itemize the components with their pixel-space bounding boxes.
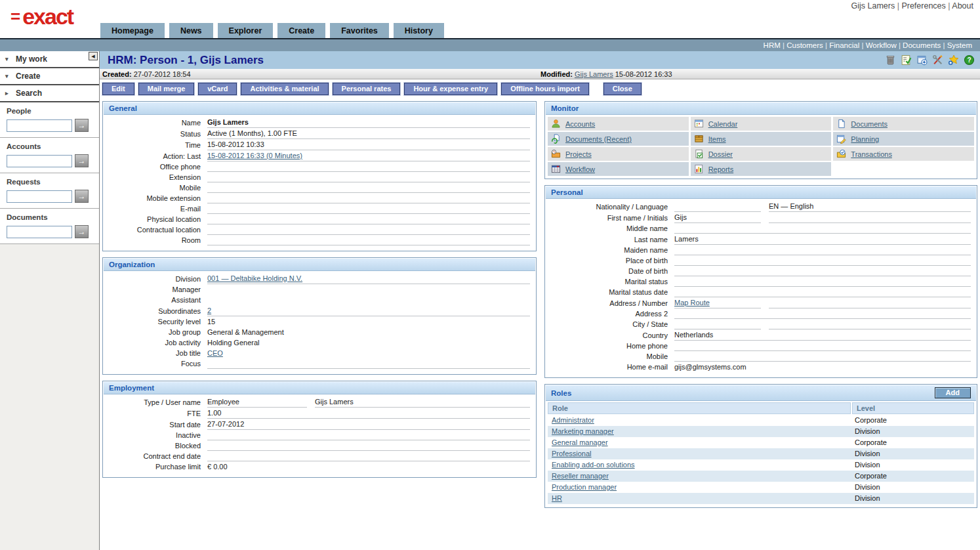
role-link[interactable]: Professional	[552, 450, 592, 457]
field-row: Contractual location	[109, 225, 530, 235]
field-value[interactable]: 15-08-2012 16:33 (0 Minutes)	[207, 151, 530, 161]
section-title-roles: Roles	[551, 389, 571, 397]
field-label: Security level	[109, 317, 207, 327]
toolbar-button[interactable]: Activities & material	[241, 83, 328, 95]
monitor-link[interactable]: Transactions	[851, 150, 892, 158]
role-link[interactable]: Administrator	[552, 416, 594, 424]
monitor-item-transactions[interactable]: Transactions	[833, 147, 974, 161]
sidebar-item-my-work[interactable]: My work	[0, 51, 99, 68]
monitor-item-workflow[interactable]: Workflow	[548, 162, 689, 176]
monitor-link[interactable]: Items	[708, 135, 726, 143]
main-tab[interactable]: Homepage	[100, 23, 165, 38]
field-value	[207, 204, 530, 214]
module-link[interactable]: System	[941, 41, 972, 49]
sidebar-item-create[interactable]: Create	[0, 68, 99, 85]
user-link[interactable]: Gijs Lamers	[851, 1, 895, 11]
organization-fields: Division 001 — Deltabike Holding N.V. Ma…	[104, 271, 535, 373]
projects-icon	[551, 149, 561, 159]
monitor-link[interactable]: Calendar	[708, 120, 738, 128]
help-icon[interactable]: ?	[964, 54, 975, 66]
main-tab[interactable]: Explorer	[218, 23, 274, 38]
field-row: Division 001 — Deltabike Holding N.V.	[109, 274, 530, 284]
field-value: Gijs Lamers	[207, 117, 530, 128]
documents-search-go-button[interactable]: →	[75, 225, 89, 238]
documents-search-input[interactable]	[7, 226, 72, 238]
people-search-input[interactable]	[7, 119, 72, 132]
table-row: Administrator Corporate	[548, 415, 974, 426]
field-value: 1.00	[207, 408, 530, 419]
monitor-item-documents[interactable]: Documents	[833, 117, 974, 131]
main-tab[interactable]: Favorites	[330, 23, 389, 38]
toolbar-button[interactable]: Edit	[102, 83, 134, 95]
main-tab[interactable]: Create	[277, 23, 325, 38]
customize-icon[interactable]	[932, 54, 943, 66]
monitor-item-documents-recent[interactable]: Documents (Recent)	[548, 132, 689, 146]
add-role-button[interactable]: Add	[935, 387, 971, 398]
toolbar-button[interactable]: Hour & expense entry	[404, 83, 497, 95]
toolbar-button[interactable]: vCard	[198, 83, 237, 95]
module-link[interactable]: HRM	[764, 41, 781, 49]
monitor-link[interactable]: Workflow	[565, 165, 595, 173]
modified-by-link[interactable]: Gijs Lamers	[575, 70, 613, 78]
collapse-sidebar-icon[interactable]	[89, 52, 98, 60]
field-row: Security level 15	[109, 317, 530, 327]
toolbar-button[interactable]: Personal rates	[333, 83, 401, 95]
add-favorite-icon[interactable]	[948, 54, 959, 66]
monitor-link[interactable]: Dossier	[708, 150, 733, 158]
monitor-link[interactable]: Accounts	[565, 120, 595, 128]
module-link[interactable]: Workflow	[859, 41, 896, 49]
role-link[interactable]: Reseller manager	[552, 472, 609, 480]
role-link[interactable]: Enabling add-on solutions	[552, 461, 635, 469]
role-link[interactable]: General manager	[552, 438, 608, 446]
field-value[interactable]: Map Route	[674, 298, 761, 308]
monitor-link[interactable]: Reports	[708, 165, 734, 173]
monitor-item-reports[interactable]: Reports	[691, 162, 832, 176]
checklist-icon[interactable]	[901, 54, 912, 66]
monitor-item-calendar[interactable]: Calendar	[691, 117, 832, 131]
sidebar-item-search[interactable]: Search	[0, 85, 99, 102]
toolbar-button[interactable]: Mail merge	[138, 83, 194, 95]
role-link[interactable]: Marketing manager	[552, 427, 614, 435]
field-row: Marital status	[551, 277, 971, 287]
field-row: City / State	[551, 320, 971, 329]
main-tab[interactable]: History	[394, 23, 444, 38]
field-value[interactable]: 2	[207, 306, 530, 316]
monitor-link[interactable]: Projects	[565, 150, 592, 158]
field-value[interactable]: 001 — Deltabike Holding N.V.	[207, 274, 530, 284]
monitor-item-dossier[interactable]: Dossier	[691, 147, 832, 161]
monitor-item-projects[interactable]: Projects	[548, 147, 689, 161]
accounts-search-go-button[interactable]: →	[75, 154, 89, 167]
module-link[interactable]: Financial	[823, 41, 859, 49]
toolbar-button[interactable]: Close	[603, 83, 642, 95]
monitor-item-accounts[interactable]: Accounts	[548, 117, 689, 131]
monitor-link[interactable]: Documents	[851, 120, 888, 128]
field-label: Job group	[109, 328, 207, 337]
accounts-search-input[interactable]	[7, 155, 72, 167]
role-link[interactable]: Production manager	[552, 483, 617, 491]
role-link[interactable]: HR	[552, 494, 562, 502]
field-row: Job activity Holding General	[109, 338, 530, 348]
search-group-documents: Documents →	[0, 209, 99, 244]
user-link[interactable]: Preferences	[895, 1, 946, 11]
personal-fields: Nationality / Language EN — English Firs…	[546, 199, 976, 377]
main-tab[interactable]: News	[169, 23, 213, 38]
requests-search-input[interactable]	[7, 190, 72, 203]
people-search-go-button[interactable]: →	[75, 119, 89, 132]
field-row: Mobile	[109, 183, 530, 193]
field-value[interactable]: CEO	[207, 349, 530, 358]
monitor-item-items[interactable]: Items	[691, 132, 832, 146]
field-value	[674, 309, 971, 319]
module-link[interactable]: Documents	[897, 41, 941, 49]
requests-search-go-button[interactable]: →	[75, 190, 89, 203]
new-window-icon[interactable]	[916, 54, 928, 66]
user-link[interactable]: About	[946, 1, 973, 11]
monitor-link[interactable]: Planning	[851, 135, 879, 143]
toolbar-button[interactable]: Offline hours import	[501, 83, 589, 95]
module-link[interactable]: Customers	[781, 41, 823, 49]
monitor-item-planning[interactable]: Planning	[833, 132, 974, 146]
documents-recent-icon	[551, 134, 561, 144]
field-value: € 0.00	[207, 462, 530, 472]
field-label: Contract end date	[109, 452, 207, 461]
monitor-link[interactable]: Documents (Recent)	[565, 135, 632, 143]
delete-icon[interactable]	[885, 54, 896, 66]
